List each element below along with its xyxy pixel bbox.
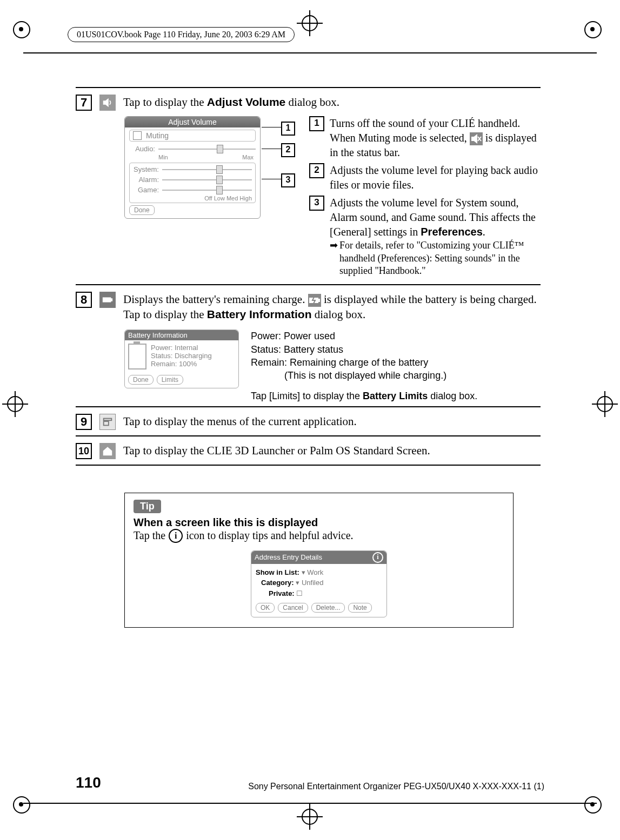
svg-marker-0: [104, 99, 108, 106]
box-limits-button[interactable]: Limits: [157, 375, 183, 385]
battery-info-title: Battery Information: [125, 330, 238, 340]
item3-note: For details, refer to "Customizing your …: [339, 240, 524, 276]
tip-title: When a screen like this is displayed: [134, 516, 504, 529]
row7-trail: dialog box.: [285, 96, 339, 109]
addr-info-icon[interactable]: i: [372, 552, 383, 563]
battery-info-dialog: Battery Information Power: Internal Stat…: [124, 330, 239, 388]
done-button[interactable]: Done: [129, 205, 155, 215]
item1-number: 1: [309, 116, 324, 131]
battery-drawing: [128, 344, 146, 369]
page-number: 110: [76, 774, 101, 791]
levels-label: Off Low Med High: [133, 195, 252, 201]
row8-line1b: is displayed while the battery is being …: [321, 293, 537, 306]
addr-l1-val[interactable]: ▾ Work: [302, 568, 324, 576]
row9-text: Tap to display the menus of the current …: [123, 414, 357, 429]
addr-note-button[interactable]: Note: [348, 603, 371, 613]
step-10-number: 10: [76, 443, 92, 459]
callout-3: 3: [281, 173, 295, 187]
charging-battery-icon: [308, 294, 321, 307]
box-done-button[interactable]: Done: [128, 375, 154, 385]
svg-rect-7: [318, 299, 319, 301]
muting-checkbox[interactable]: [133, 131, 142, 140]
row8-line1a: Displays the battery's remaining charge.: [123, 293, 308, 306]
row7-lead: Tap to display the: [123, 96, 207, 109]
adjust-volume-dialog: Adjust Volume Muting Audio: Min Max: [124, 116, 261, 219]
tip-box: Tip When a screen like this is displayed…: [124, 493, 514, 628]
addr-l3-label: Private:: [256, 589, 295, 597]
batt-right-l4a: Tap [Limits] to display the: [251, 391, 363, 401]
tip-text-b: icon to display tips and helpful advice.: [186, 529, 353, 542]
row8-line2a: Tap to display the: [123, 308, 207, 321]
row8-line2b: dialog box.: [312, 308, 366, 321]
row10-text: Tap to display the CLIE 3D Launcher or P…: [123, 443, 430, 458]
audio-slider[interactable]: [158, 146, 256, 152]
home-icon: [99, 443, 116, 459]
preferences-bold: Preferences: [421, 226, 483, 238]
game-slider[interactable]: [162, 187, 252, 193]
callout-1: 1: [281, 122, 295, 136]
addr-l2-val[interactable]: ▾ Unfiled: [296, 579, 323, 587]
batt-right-l2: Status: Battery status: [251, 343, 477, 356]
battery-icon: [99, 292, 116, 308]
item3-period: .: [483, 226, 485, 238]
svg-rect-8: [104, 418, 112, 420]
game-label: Game:: [133, 186, 159, 194]
addr-cancel-button[interactable]: Cancel: [278, 603, 308, 613]
addr-title: Address Entry Details: [255, 553, 322, 561]
footer-text: Sony Personal Entertainment Organizer PE…: [248, 782, 544, 791]
item3-number: 3: [309, 196, 324, 211]
info-icon: i: [169, 529, 183, 543]
system-slider[interactable]: [162, 167, 252, 172]
svg-rect-5: [111, 299, 112, 301]
print-header: 01US01COV.book Page 110 Friday, June 20,…: [68, 27, 295, 42]
min-label: Min: [158, 154, 168, 160]
svg-marker-1: [472, 135, 477, 143]
adjust-volume-title: Adjust Volume: [125, 117, 260, 127]
max-label: Max: [242, 154, 254, 160]
battery-info-bold: Battery Information: [207, 308, 312, 320]
step-9-number: 9: [76, 414, 92, 430]
svg-rect-9: [104, 421, 109, 425]
box-status: Status: Discharging: [151, 352, 212, 360]
batt-right-l1: Power: Power used: [251, 330, 477, 342]
address-entry-dialog: Address Entry Details i Show in List: ▾ …: [251, 550, 387, 618]
system-label: System:: [133, 165, 159, 173]
item1-line2a: When Muting mode is selected,: [330, 132, 470, 144]
audio-label: Audio:: [129, 145, 155, 153]
batt-right-l4b: dialog box.: [428, 391, 477, 401]
item1-line1: Turns off the sound of your CLIÉ handhel…: [330, 116, 541, 131]
menu-icon: [99, 414, 116, 430]
alarm-label: Alarm:: [133, 176, 159, 184]
item2-number: 2: [309, 163, 324, 178]
step-7-number: 7: [76, 95, 92, 111]
box-power: Power: Internal: [151, 344, 212, 352]
svg-rect-4: [103, 298, 111, 301]
adjust-volume-bold: Adjust Volume: [207, 96, 285, 108]
addr-ok-button[interactable]: OK: [256, 603, 275, 613]
tip-tag: Tip: [134, 500, 161, 513]
addr-delete-button[interactable]: Delete...: [311, 603, 345, 613]
step-8-number: 8: [76, 292, 92, 308]
box-remain: Remain: 100%: [151, 360, 212, 368]
item2-text: Adjusts the volume level for playing bac…: [330, 163, 541, 192]
batt-right-l3: Remain: Remaining charge of the battery: [251, 356, 477, 369]
muted-speaker-icon: [470, 132, 483, 145]
tip-text-a: Tap the: [134, 529, 165, 542]
addr-l1-label: Show in List:: [256, 568, 299, 576]
addr-l2-label: Category:: [256, 579, 294, 587]
alarm-slider[interactable]: [162, 177, 252, 183]
battery-limits-bold: Battery Limits: [363, 391, 428, 401]
batt-right-l3b: (This is not displayed while charging.): [251, 369, 477, 382]
addr-l3-val[interactable]: ☐: [296, 589, 303, 597]
speaker-icon: [99, 95, 116, 111]
muting-label: Muting: [146, 131, 169, 140]
callout-2: 2: [281, 143, 295, 157]
